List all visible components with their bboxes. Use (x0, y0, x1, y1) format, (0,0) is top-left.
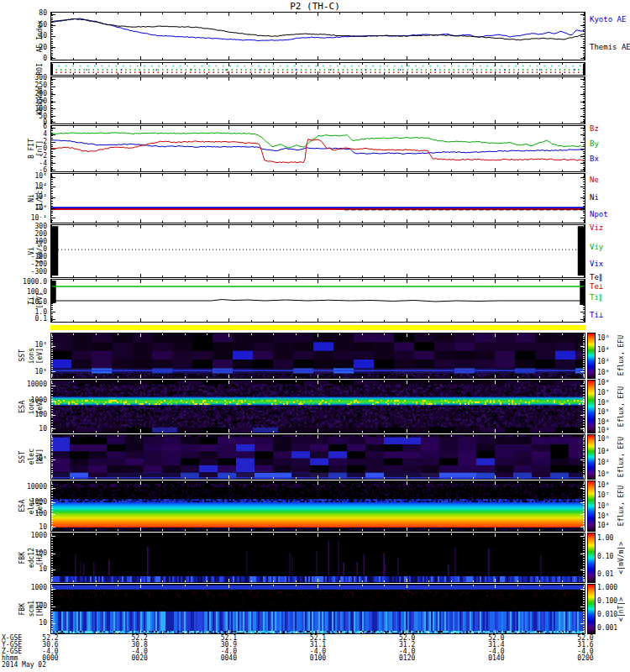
right-label: Themis AE (590, 44, 630, 51)
colorbar-tick-label: 10⁵ (597, 513, 609, 520)
panel-left-label: Vi[km/s] (7, 224, 44, 278)
right-label: Kyoto AE (590, 16, 626, 24)
colorbar-tick-label: 0.01 (597, 571, 613, 578)
colorbar-tick-label: 1.00 (597, 535, 613, 542)
colorbar-title: Eflux, EFU (618, 333, 625, 379)
left-label-line: [Hz] (36, 549, 44, 565)
panel-keogram (50, 76, 585, 124)
panel-left-label: ESAelec[eV] (7, 480, 44, 532)
left-label-line: ions (28, 398, 35, 414)
panel-roi-canvas (51, 63, 585, 75)
axis-row-value: 0120 (391, 655, 424, 662)
axis-row-value: 0020 (123, 655, 156, 662)
right-label: Bz (590, 125, 599, 133)
right-label: Te⊥ (590, 283, 603, 291)
panel-vi (50, 224, 585, 278)
panel-left-label: FBKscm1[Hz] (7, 584, 44, 634)
mode-bar (50, 325, 585, 330)
panel-left-label: ESAions[eV] (7, 380, 44, 433)
colorbar-tick-label: 0.10 (597, 554, 613, 560)
colorbar-title: Eflux, EFU (618, 480, 625, 532)
panel-sst_elec-canvas (51, 435, 585, 479)
panel-roi (50, 62, 585, 76)
left-label-line: Ti (28, 297, 35, 305)
colorbar-tick-label: 10⁰ (597, 471, 609, 478)
date-label: 2014 May 02 (2, 662, 46, 669)
panel-left-label: AE Index (7, 12, 44, 60)
colorbar (587, 380, 596, 433)
panel-vi-canvas (51, 225, 585, 277)
colorbar-title-text: Eflux, EFU (618, 437, 625, 477)
right-label: Ti⊥ (590, 312, 603, 319)
colorbar-tick-label: 10⁷ (597, 390, 609, 396)
colorbar-title-text: Eflux, EFU (618, 386, 625, 427)
panel-sst_elec (50, 434, 585, 480)
panel-sst_ion-canvas (51, 333, 585, 378)
axis-row-value: 0100 (302, 655, 335, 662)
colorbar-tick-label: 0.001 (597, 625, 617, 632)
colorbar-tick-label: 10⁶ (597, 400, 609, 407)
right-label: Ti∥ (590, 294, 602, 302)
colorbar-tick-label: 10⁸ (597, 482, 609, 489)
axis-row-value: 0200 (569, 655, 602, 662)
left-label-line: ROI (36, 63, 44, 75)
left-label-line: elec (28, 498, 35, 514)
colorbar-tick-label: 10⁶ (597, 503, 609, 510)
panel-left-label: Keogram (7, 76, 44, 124)
axis-row-value: 0040 (212, 655, 245, 662)
colorbar-title-text: <|mV/m|> (618, 542, 625, 575)
colorbar-tick-label: 10² (597, 359, 609, 365)
right-label: Viy (590, 244, 603, 251)
left-label-line: [km/s] (36, 239, 44, 264)
left-label-line: [eV] (36, 449, 44, 465)
colorbar (587, 480, 596, 532)
colorbar-tick-label: 10⁰ (597, 370, 609, 376)
panel-left-label: Ni[1/cc] (7, 173, 44, 223)
right-label: Vix (590, 260, 603, 268)
colorbar-tick-label: 0.100 (597, 598, 617, 605)
left-label-line: [Hz] (36, 601, 44, 617)
left-label-line: edc12 (28, 548, 35, 568)
panel-esa_ion (50, 380, 585, 433)
left-label-line: Ni (28, 194, 35, 202)
left-label-line: [eV] (36, 348, 44, 364)
panel-bfit (50, 125, 585, 172)
left-label-line: SST (18, 349, 26, 361)
panel-left-label: SSTelec[eV] (7, 434, 44, 480)
panel-fbk_edc-canvas (51, 533, 585, 582)
colorbar-tick-label: 1.000 (597, 585, 617, 591)
left-label-line: [eV] (36, 292, 44, 308)
colorbar (587, 333, 596, 379)
right-label: Te∥ (590, 274, 602, 281)
colorbar-title-text: <|nT|> (618, 597, 625, 622)
panel-keogram-canvas (51, 77, 585, 123)
right-label: Ni (590, 194, 599, 202)
panel-esa_elec-canvas (51, 481, 585, 531)
colorbar-tick-label: 10⁴ (597, 347, 609, 354)
panel-left-label: B FIT[nT] (7, 125, 44, 172)
left-label-line: FBK (18, 603, 26, 615)
right-label: Npot (590, 211, 608, 218)
themis-overview-plot: P2 (TH-C) 806040200AE IndexKyoto AEThemi… (0, 0, 630, 672)
left-label-line: Vi (28, 247, 35, 255)
colorbar-title: <|mV/m|> (618, 533, 625, 583)
colorbar (587, 434, 596, 480)
panel-left-label: SSTions[eV] (7, 333, 44, 379)
left-label-line: B FIT (28, 139, 35, 159)
panel-bfit-canvas (51, 126, 585, 171)
left-label-line: elec (28, 449, 35, 465)
colorbar-title-text: Eflux, EFU (618, 486, 625, 526)
right-label: Ne (590, 176, 599, 184)
panel-ti (50, 279, 585, 323)
panel-ni-canvas (51, 174, 585, 223)
colorbar-tick-label: 10² (597, 459, 609, 466)
left-label-line: [eV] (36, 498, 44, 514)
panel-sst_ion (50, 333, 585, 379)
left-label-line: ESA (18, 401, 26, 412)
colorbar-tick-label: 10⁵ (597, 409, 609, 416)
colorbar-title: Eflux, EFU (618, 380, 625, 433)
panel-left-label: Ti[eV] (7, 279, 44, 323)
colorbar-tick-label: 10⁸ (597, 380, 609, 386)
axis-row-value: 0140 (480, 655, 513, 662)
panel-fbk_edc (50, 533, 585, 583)
